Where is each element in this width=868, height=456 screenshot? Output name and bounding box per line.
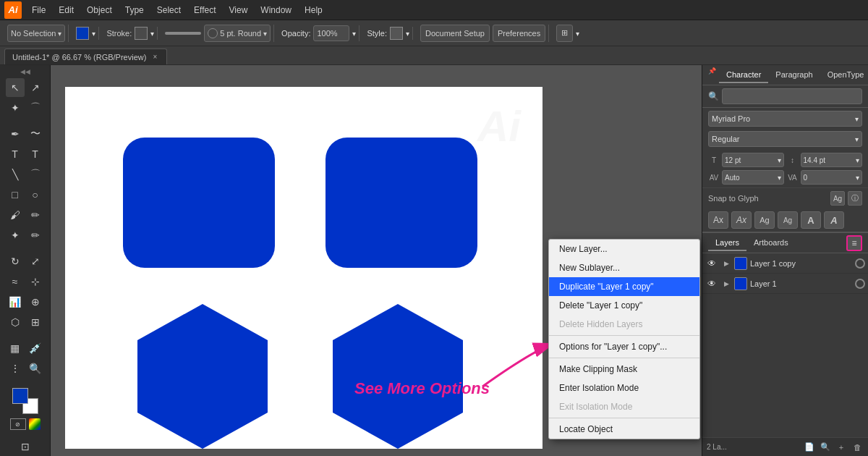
context-menu-delete-copy[interactable]: Delete "Layer 1 copy": [549, 296, 699, 315]
layer-expand-copy[interactable]: [721, 258, 731, 269]
preferences-button[interactable]: Preferences: [493, 25, 545, 42]
layer-visibility-copy[interactable]: [705, 257, 718, 270]
shape-builder-tool[interactable]: ⊕: [26, 292, 45, 311]
shape-rounded-rect-2[interactable]: [326, 138, 477, 268]
tracking-input[interactable]: 0: [801, 170, 863, 185]
menu-edit[interactable]: Edit: [53, 4, 80, 17]
curvature-tool[interactable]: 〜: [26, 124, 45, 143]
snap-glyph-icon[interactable]: Ag: [830, 191, 845, 206]
opacity-field[interactable]: 100%: [313, 25, 349, 41]
paragraph-tab[interactable]: Paragraph: [768, 67, 820, 83]
font-name-dropdown[interactable]: Myriad Pro: [708, 111, 862, 127]
menu-file[interactable]: File: [26, 4, 51, 17]
rect-tool[interactable]: □: [6, 185, 25, 204]
perspective-tool[interactable]: ⬡: [6, 313, 25, 332]
tools-collapse[interactable]: ◀◀: [20, 68, 30, 75]
opentype-tab[interactable]: OpenType: [820, 67, 868, 83]
color-mode-row: ⊘: [10, 418, 41, 430]
stroke-color-icon[interactable]: [135, 27, 148, 40]
text-btn-subscript[interactable]: A: [824, 211, 844, 229]
layer-item-1[interactable]: Layer 1: [702, 274, 868, 294]
color-mode-btn[interactable]: [29, 418, 41, 430]
snap-info-icon[interactable]: ⓘ: [848, 191, 862, 206]
tab-close-button[interactable]: ×: [150, 53, 159, 62]
text-btn-ag-small[interactable]: Ag: [778, 211, 798, 229]
layer-expand-1[interactable]: [721, 279, 731, 289]
artboards-tab[interactable]: Artboards: [746, 235, 796, 251]
layers-delete-icon[interactable]: 🗑: [851, 441, 864, 454]
gradient-tool[interactable]: ▦: [6, 339, 25, 358]
layer-visibility-1[interactable]: [705, 277, 718, 290]
kerning-input[interactable]: Auto: [722, 170, 784, 185]
magic-wand-tool[interactable]: ✦: [6, 98, 25, 117]
direct-selection-tool[interactable]: ↗: [26, 78, 45, 97]
layers-tab[interactable]: Layers: [708, 235, 746, 251]
font-size-input[interactable]: 12 pt: [722, 153, 784, 167]
line-tool[interactable]: ╲: [6, 165, 25, 184]
text-btn-ag-caps[interactable]: Ag: [754, 211, 775, 229]
menu-view[interactable]: View: [224, 4, 254, 17]
layers-menu-button[interactable]: ≡: [846, 235, 862, 251]
rotate-tool[interactable]: ↻: [6, 252, 25, 271]
blob-brush-tool[interactable]: ✏: [26, 206, 45, 224]
layers-add-icon[interactable]: +: [835, 441, 848, 454]
layer-circle-1[interactable]: [855, 279, 865, 289]
menu-object[interactable]: Object: [81, 4, 118, 17]
text-btn-ax-roman[interactable]: Ax: [708, 211, 728, 229]
context-menu-duplicate[interactable]: Duplicate "Layer 1 copy": [549, 277, 699, 296]
selection-dropdown[interactable]: No Selection: [7, 25, 65, 42]
context-delete-hidden-label: Delete Hidden Layers: [559, 319, 642, 329]
context-menu-clipping-mask[interactable]: Make Clipping Mask: [549, 360, 699, 379]
layers-new-artboard-icon[interactable]: 📄: [803, 441, 816, 454]
context-menu-options[interactable]: Options for "Layer 1 copy"...: [549, 337, 699, 356]
pen-tool[interactable]: ✒: [6, 124, 25, 143]
document-tab[interactable]: Untitled-1* @ 66.67 % (RGB/Preview) ×: [4, 48, 167, 64]
line-height-input[interactable]: 14.4 pt: [801, 153, 863, 167]
artboard-tool[interactable]: ⊡: [16, 437, 35, 456]
shape-rounded-rect-1[interactable]: [123, 138, 275, 268]
menu-window[interactable]: Window: [255, 4, 297, 17]
arc-tool[interactable]: ⌒: [26, 165, 45, 184]
selection-tool[interactable]: ↖: [6, 78, 25, 97]
zoom-tool[interactable]: 🔍: [26, 359, 45, 378]
stroke-size-dropdown[interactable]: 5 pt. Round: [204, 25, 271, 42]
context-menu-new-sublayer[interactable]: New Sublayer...: [549, 258, 699, 277]
free-transform-tool[interactable]: ⊹: [26, 272, 45, 291]
scale-tool[interactable]: ⤢: [26, 252, 45, 271]
document-setup-button[interactable]: Document Setup: [420, 25, 490, 42]
pencil-tool[interactable]: ✏: [26, 226, 45, 245]
style-color-box[interactable]: [390, 27, 403, 40]
layers-search-icon[interactable]: 🔍: [819, 441, 832, 454]
menu-effect[interactable]: Effect: [188, 4, 221, 17]
font-style-dropdown[interactable]: Regular: [708, 131, 862, 147]
layer-circle-copy[interactable]: [855, 258, 865, 269]
font-search-input[interactable]: [722, 88, 862, 104]
context-menu-enter-isolation[interactable]: Enter Isolation Mode: [549, 379, 699, 397]
shaper-tool[interactable]: ✦: [6, 226, 25, 245]
eyedropper-tool[interactable]: 💉: [26, 339, 45, 358]
fill-color-box[interactable]: [76, 27, 89, 40]
type-tool[interactable]: T: [6, 145, 25, 164]
menu-select[interactable]: Select: [151, 4, 187, 17]
mesh-tool[interactable]: ⊞: [26, 313, 45, 332]
menu-type[interactable]: Type: [119, 4, 150, 17]
context-menu-new-layer[interactable]: New Layer...: [549, 240, 699, 258]
shape-hexagon-1[interactable]: [137, 304, 268, 449]
lasso-tool[interactable]: ⌒: [26, 98, 45, 117]
layer-item-copy[interactable]: Layer 1 copy: [702, 253, 868, 274]
text-btn-superscript[interactable]: A: [801, 211, 821, 229]
graph-tool[interactable]: 📊: [6, 292, 25, 311]
context-menu-locate-object[interactable]: Locate Object: [549, 420, 699, 439]
warp-tool[interactable]: ≈: [6, 272, 25, 291]
ellipse-tool[interactable]: ○: [26, 185, 45, 204]
menu-help[interactable]: Help: [299, 4, 328, 17]
character-tab[interactable]: Character: [719, 67, 768, 83]
foreground-color[interactable]: [12, 388, 28, 404]
arrange-btn[interactable]: ⊞: [556, 25, 573, 42]
paintbrush-tool[interactable]: 🖌: [6, 206, 25, 224]
vertical-type-tool[interactable]: T: [26, 145, 45, 164]
none-color-btn[interactable]: ⊘: [10, 418, 26, 430]
text-btn-ax-italic[interactable]: Ax: [731, 211, 752, 229]
shape-hexagon-2[interactable]: [333, 304, 463, 449]
blend-tool[interactable]: ⋮: [6, 359, 25, 378]
